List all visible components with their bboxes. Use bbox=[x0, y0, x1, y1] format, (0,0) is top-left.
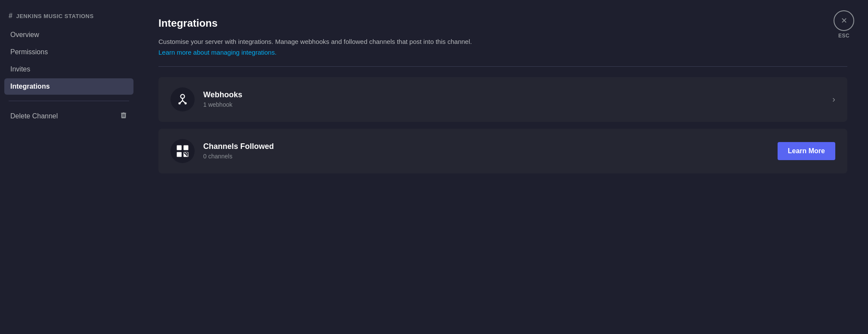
learn-more-button[interactable]: Learn More bbox=[778, 142, 835, 160]
webhooks-info: Webhooks 1 webhook bbox=[203, 90, 824, 108]
webhooks-title: Webhooks bbox=[203, 90, 824, 99]
svg-rect-8 bbox=[177, 152, 182, 157]
svg-point-5 bbox=[184, 102, 186, 104]
sidebar-nav: Overview Permissions Invites Integration… bbox=[4, 27, 133, 125]
webhooks-card[interactable]: Webhooks 1 webhook › bbox=[158, 77, 847, 122]
svg-rect-6 bbox=[177, 145, 182, 150]
main-content: ✕ ESC Integrations Customise your server… bbox=[138, 0, 868, 334]
section-divider bbox=[158, 66, 847, 67]
webhooks-chevron: › bbox=[832, 94, 835, 104]
channel-name: # JENKINS MUSIC STATIONS bbox=[4, 9, 133, 27]
sidebar-item-invites[interactable]: Invites bbox=[4, 61, 133, 77]
close-icon[interactable]: ✕ bbox=[834, 10, 854, 31]
learn-more-action[interactable]: Learn More bbox=[778, 142, 835, 160]
sidebar-item-permissions[interactable]: Permissions bbox=[4, 44, 133, 60]
webhooks-subtitle: 1 webhook bbox=[203, 101, 824, 108]
trash-icon bbox=[120, 111, 127, 121]
sidebar: # JENKINS MUSIC STATIONS Overview Permis… bbox=[0, 0, 138, 334]
svg-point-0 bbox=[181, 94, 185, 98]
esc-label: ESC bbox=[838, 33, 849, 39]
channels-followed-icon bbox=[176, 144, 189, 158]
channels-followed-card[interactable]: Channels Followed 0 channels Learn More bbox=[158, 129, 847, 173]
channels-followed-title: Channels Followed bbox=[203, 142, 769, 151]
sidebar-item-delete-channel[interactable]: Delete Channel bbox=[4, 107, 133, 125]
webhook-icon-svg bbox=[176, 93, 189, 106]
channels-followed-info: Channels Followed 0 channels bbox=[203, 142, 769, 160]
chevron-right-icon: › bbox=[832, 94, 835, 104]
svg-rect-7 bbox=[183, 145, 188, 150]
sidebar-item-integrations[interactable]: Integrations bbox=[4, 78, 133, 95]
sidebar-divider bbox=[9, 101, 129, 101]
learn-more-link[interactable]: Learn more about managing integrations. bbox=[158, 49, 847, 56]
channels-followed-subtitle: 0 channels bbox=[203, 153, 769, 160]
webhooks-icon-wrapper bbox=[170, 87, 195, 111]
sidebar-item-overview[interactable]: Overview bbox=[4, 27, 133, 43]
svg-point-4 bbox=[178, 102, 180, 104]
hash-icon: # bbox=[9, 12, 12, 20]
channels-followed-icon-wrapper bbox=[170, 139, 195, 163]
esc-button[interactable]: ✕ ESC bbox=[834, 10, 854, 39]
description-text: Customise your server with integrations.… bbox=[158, 37, 847, 47]
page-title: Integrations bbox=[158, 17, 847, 29]
